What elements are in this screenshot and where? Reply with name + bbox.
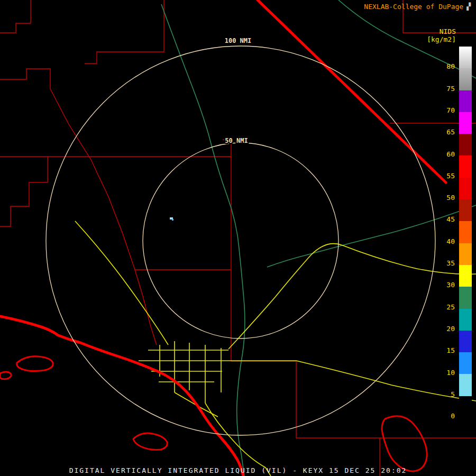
county-line bbox=[0, 157, 48, 226]
rivers bbox=[161, 0, 476, 476]
range-ring-50nmi bbox=[143, 143, 338, 338]
island-outline bbox=[382, 416, 427, 471]
header-title-text: NEXLAB-College of DuPage bbox=[364, 3, 463, 11]
colorbar-segment-30-35 bbox=[459, 265, 472, 287]
colorbar-segment-65-70 bbox=[459, 112, 472, 134]
vil-colorbar bbox=[459, 47, 472, 418]
road bbox=[139, 350, 246, 382]
colorbar-segment-25-30 bbox=[459, 287, 472, 308]
product-code-label: NIDS bbox=[440, 28, 456, 35]
road bbox=[246, 361, 476, 401]
colorbar-segment-35-40 bbox=[459, 243, 472, 265]
range-ring-100nmi bbox=[46, 46, 435, 435]
colorbar-segment-10-15 bbox=[459, 352, 472, 374]
units-label: [kg/m2] bbox=[427, 35, 456, 43]
colorbar-segment-5-10 bbox=[459, 374, 472, 396]
colorbar-segment-45-50 bbox=[459, 199, 472, 221]
river bbox=[161, 4, 245, 476]
range-label-50nmi: 50 NMI bbox=[225, 137, 248, 144]
colorbar-segment-80+ bbox=[459, 47, 472, 68]
county-line bbox=[223, 140, 231, 361]
cod-logo-icon: ▞ bbox=[466, 3, 471, 11]
colorbar-segment-20-25 bbox=[459, 309, 472, 331]
island-outline bbox=[17, 356, 53, 371]
colorbar-segment-50-55 bbox=[459, 178, 472, 199]
echo-pixel bbox=[172, 219, 173, 221]
road bbox=[205, 403, 271, 476]
county-line bbox=[0, 69, 50, 89]
county-line bbox=[0, 0, 31, 33]
coastline-line bbox=[0, 316, 243, 476]
colorbar-segment-75-80 bbox=[459, 68, 472, 90]
colorbar-segment-70-75 bbox=[459, 90, 472, 112]
county-line bbox=[50, 89, 157, 345]
header-title: NEXLAB-College of DuPage▞ bbox=[364, 3, 471, 11]
state-border-line bbox=[258, 0, 446, 182]
island-outline bbox=[133, 433, 167, 450]
radar-display: 100 NMI 50 NMI NEXLAB-College of DuPage▞… bbox=[0, 0, 476, 476]
colorbar-segment-55-60 bbox=[459, 155, 472, 177]
state-border bbox=[258, 0, 446, 182]
islands bbox=[0, 356, 427, 471]
range-rings bbox=[46, 46, 435, 435]
coastline bbox=[0, 316, 243, 476]
radar-echo bbox=[170, 217, 173, 221]
county-line bbox=[85, 0, 164, 63]
range-label-100nmi: 100 NMI bbox=[225, 37, 252, 44]
island-outline bbox=[0, 372, 11, 379]
road bbox=[228, 244, 476, 349]
road bbox=[75, 221, 168, 345]
river bbox=[267, 205, 476, 267]
radar-map: 100 NMI 50 NMI bbox=[0, 0, 476, 476]
colorbar-segment-15-20 bbox=[459, 331, 472, 352]
colorbar-segment-0-5 bbox=[459, 396, 472, 418]
footer-caption: DIGITAL VERTICALLY INTEGRATED LIQUID (VI… bbox=[0, 466, 476, 474]
colorbar-segment-40-45 bbox=[459, 221, 472, 243]
colorbar-segment-60-65 bbox=[459, 134, 472, 155]
